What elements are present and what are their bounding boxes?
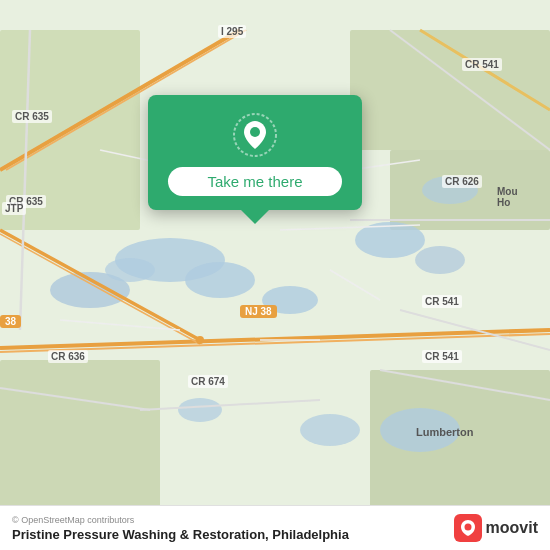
road-label-lumberton: Lumberton xyxy=(413,425,476,439)
moovit-logo: moovit xyxy=(454,514,538,542)
bottom-bar: © OpenStreetMap contributors Pristine Pr… xyxy=(0,505,550,550)
road-label-mou-ho: MouHo xyxy=(494,185,521,209)
svg-point-15 xyxy=(178,398,222,422)
road-label-jtp: JTP xyxy=(2,202,26,215)
svg-point-12 xyxy=(415,246,465,274)
moovit-text: moovit xyxy=(486,519,538,537)
osm-credit: © OpenStreetMap contributors xyxy=(12,515,349,525)
road-label-cr674: CR 674 xyxy=(188,375,228,388)
road-label-cr541-top: CR 541 xyxy=(462,58,502,71)
road-label-cr636: CR 636 xyxy=(48,350,88,363)
popup-card: Take me there xyxy=(148,95,362,210)
road-label-cr626: CR 626 xyxy=(442,175,482,188)
svg-point-14 xyxy=(300,414,360,446)
road-label-cr635-1: CR 635 xyxy=(12,110,52,123)
road-label-38: 38 xyxy=(0,315,21,328)
take-me-there-button[interactable]: Take me there xyxy=(168,167,342,196)
map-container: I 295 CR 635 CR 635 CR 626 CR 541 CR 541… xyxy=(0,0,550,550)
svg-point-38 xyxy=(196,336,204,344)
road-label-nj38: NJ 38 xyxy=(240,305,277,318)
road-label-cr541-bot: CR 541 xyxy=(422,350,462,363)
bottom-left-info: © OpenStreetMap contributors Pristine Pr… xyxy=(12,515,349,542)
road-label-cr541-mid: CR 541 xyxy=(422,295,462,308)
moovit-icon xyxy=(454,514,482,542)
road-label-i295: I 295 xyxy=(218,25,246,38)
svg-point-7 xyxy=(185,262,255,298)
map-pin-icon xyxy=(233,113,277,157)
svg-point-42 xyxy=(464,524,471,531)
svg-point-40 xyxy=(250,127,260,137)
location-name: Pristine Pressure Washing & Restoration,… xyxy=(12,527,349,542)
svg-point-10 xyxy=(105,258,155,282)
svg-rect-4 xyxy=(0,360,160,520)
